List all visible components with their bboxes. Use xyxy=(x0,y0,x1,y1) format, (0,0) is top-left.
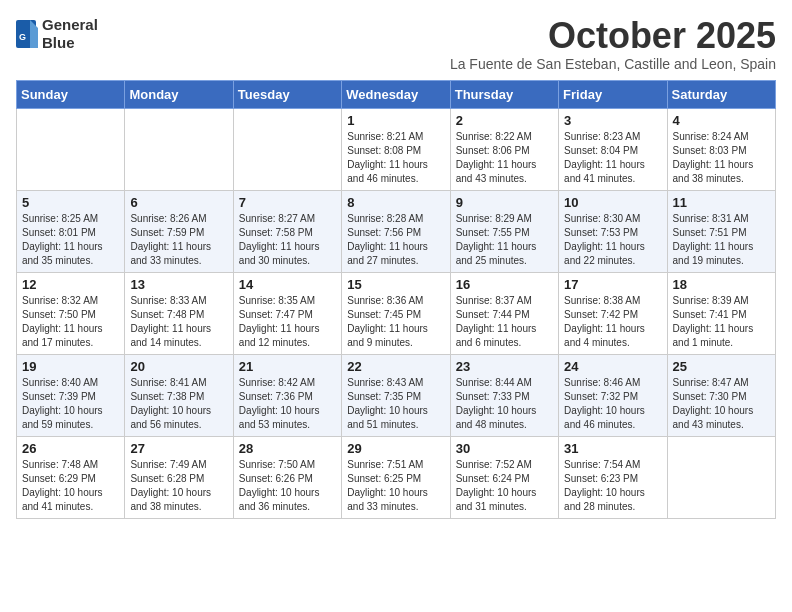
day-number: 5 xyxy=(22,195,119,210)
calendar-cell: 6Sunrise: 8:26 AM Sunset: 7:59 PM Daylig… xyxy=(125,190,233,272)
day-info: Sunrise: 8:30 AM Sunset: 7:53 PM Dayligh… xyxy=(564,212,661,268)
calendar-cell: 18Sunrise: 8:39 AM Sunset: 7:41 PM Dayli… xyxy=(667,272,775,354)
calendar-cell: 2Sunrise: 8:22 AM Sunset: 8:06 PM Daylig… xyxy=(450,108,558,190)
day-info: Sunrise: 8:39 AM Sunset: 7:41 PM Dayligh… xyxy=(673,294,770,350)
day-info: Sunrise: 8:41 AM Sunset: 7:38 PM Dayligh… xyxy=(130,376,227,432)
day-header-tuesday: Tuesday xyxy=(233,80,341,108)
page-header: G General Blue October 2025 La Fuente de… xyxy=(16,16,776,72)
day-info: Sunrise: 7:49 AM Sunset: 6:28 PM Dayligh… xyxy=(130,458,227,514)
day-number: 1 xyxy=(347,113,444,128)
month-title: October 2025 xyxy=(450,16,776,56)
day-number: 16 xyxy=(456,277,553,292)
day-info: Sunrise: 8:27 AM Sunset: 7:58 PM Dayligh… xyxy=(239,212,336,268)
calendar-cell: 5Sunrise: 8:25 AM Sunset: 8:01 PM Daylig… xyxy=(17,190,125,272)
day-number: 23 xyxy=(456,359,553,374)
day-info: Sunrise: 8:22 AM Sunset: 8:06 PM Dayligh… xyxy=(456,130,553,186)
calendar-cell: 8Sunrise: 8:28 AM Sunset: 7:56 PM Daylig… xyxy=(342,190,450,272)
calendar-cell: 31Sunrise: 7:54 AM Sunset: 6:23 PM Dayli… xyxy=(559,436,667,518)
day-info: Sunrise: 8:47 AM Sunset: 7:30 PM Dayligh… xyxy=(673,376,770,432)
title-block: October 2025 La Fuente de San Esteban, C… xyxy=(450,16,776,72)
day-number: 17 xyxy=(564,277,661,292)
location-title: La Fuente de San Esteban, Castille and L… xyxy=(450,56,776,72)
day-number: 15 xyxy=(347,277,444,292)
day-info: Sunrise: 8:24 AM Sunset: 8:03 PM Dayligh… xyxy=(673,130,770,186)
day-number: 30 xyxy=(456,441,553,456)
calendar-cell: 27Sunrise: 7:49 AM Sunset: 6:28 PM Dayli… xyxy=(125,436,233,518)
day-number: 19 xyxy=(22,359,119,374)
day-info: Sunrise: 8:26 AM Sunset: 7:59 PM Dayligh… xyxy=(130,212,227,268)
day-number: 29 xyxy=(347,441,444,456)
day-info: Sunrise: 8:29 AM Sunset: 7:55 PM Dayligh… xyxy=(456,212,553,268)
day-info: Sunrise: 8:37 AM Sunset: 7:44 PM Dayligh… xyxy=(456,294,553,350)
day-info: Sunrise: 8:31 AM Sunset: 7:51 PM Dayligh… xyxy=(673,212,770,268)
day-info: Sunrise: 8:25 AM Sunset: 8:01 PM Dayligh… xyxy=(22,212,119,268)
calendar-cell: 16Sunrise: 8:37 AM Sunset: 7:44 PM Dayli… xyxy=(450,272,558,354)
calendar-cell: 3Sunrise: 8:23 AM Sunset: 8:04 PM Daylig… xyxy=(559,108,667,190)
day-header-sunday: Sunday xyxy=(17,80,125,108)
calendar-cell: 9Sunrise: 8:29 AM Sunset: 7:55 PM Daylig… xyxy=(450,190,558,272)
day-number: 13 xyxy=(130,277,227,292)
day-number: 20 xyxy=(130,359,227,374)
calendar-cell: 10Sunrise: 8:30 AM Sunset: 7:53 PM Dayli… xyxy=(559,190,667,272)
day-info: Sunrise: 8:32 AM Sunset: 7:50 PM Dayligh… xyxy=(22,294,119,350)
day-info: Sunrise: 8:23 AM Sunset: 8:04 PM Dayligh… xyxy=(564,130,661,186)
calendar-cell: 13Sunrise: 8:33 AM Sunset: 7:48 PM Dayli… xyxy=(125,272,233,354)
calendar-cell: 23Sunrise: 8:44 AM Sunset: 7:33 PM Dayli… xyxy=(450,354,558,436)
day-info: Sunrise: 8:46 AM Sunset: 7:32 PM Dayligh… xyxy=(564,376,661,432)
calendar-cell: 29Sunrise: 7:51 AM Sunset: 6:25 PM Dayli… xyxy=(342,436,450,518)
day-info: Sunrise: 8:35 AM Sunset: 7:47 PM Dayligh… xyxy=(239,294,336,350)
calendar-cell: 19Sunrise: 8:40 AM Sunset: 7:39 PM Dayli… xyxy=(17,354,125,436)
day-number: 22 xyxy=(347,359,444,374)
day-info: Sunrise: 7:52 AM Sunset: 6:24 PM Dayligh… xyxy=(456,458,553,514)
logo-text: General Blue xyxy=(42,16,98,52)
day-number: 9 xyxy=(456,195,553,210)
day-info: Sunrise: 8:42 AM Sunset: 7:36 PM Dayligh… xyxy=(239,376,336,432)
calendar-cell: 7Sunrise: 8:27 AM Sunset: 7:58 PM Daylig… xyxy=(233,190,341,272)
day-number: 26 xyxy=(22,441,119,456)
calendar-cell xyxy=(233,108,341,190)
day-info: Sunrise: 8:28 AM Sunset: 7:56 PM Dayligh… xyxy=(347,212,444,268)
calendar-cell: 4Sunrise: 8:24 AM Sunset: 8:03 PM Daylig… xyxy=(667,108,775,190)
calendar-cell xyxy=(17,108,125,190)
calendar-cell: 17Sunrise: 8:38 AM Sunset: 7:42 PM Dayli… xyxy=(559,272,667,354)
day-number: 8 xyxy=(347,195,444,210)
day-number: 10 xyxy=(564,195,661,210)
calendar-cell: 30Sunrise: 7:52 AM Sunset: 6:24 PM Dayli… xyxy=(450,436,558,518)
day-header-saturday: Saturday xyxy=(667,80,775,108)
day-info: Sunrise: 7:54 AM Sunset: 6:23 PM Dayligh… xyxy=(564,458,661,514)
day-info: Sunrise: 8:21 AM Sunset: 8:08 PM Dayligh… xyxy=(347,130,444,186)
day-header-friday: Friday xyxy=(559,80,667,108)
day-number: 14 xyxy=(239,277,336,292)
day-info: Sunrise: 7:50 AM Sunset: 6:26 PM Dayligh… xyxy=(239,458,336,514)
day-header-thursday: Thursday xyxy=(450,80,558,108)
calendar-week-2: 5Sunrise: 8:25 AM Sunset: 8:01 PM Daylig… xyxy=(17,190,776,272)
day-number: 24 xyxy=(564,359,661,374)
calendar-cell xyxy=(125,108,233,190)
calendar-cell xyxy=(667,436,775,518)
day-info: Sunrise: 8:38 AM Sunset: 7:42 PM Dayligh… xyxy=(564,294,661,350)
day-number: 25 xyxy=(673,359,770,374)
logo-icon: G xyxy=(16,20,38,48)
calendar-week-5: 26Sunrise: 7:48 AM Sunset: 6:29 PM Dayli… xyxy=(17,436,776,518)
calendar-cell: 12Sunrise: 8:32 AM Sunset: 7:50 PM Dayli… xyxy=(17,272,125,354)
days-header-row: SundayMondayTuesdayWednesdayThursdayFrid… xyxy=(17,80,776,108)
day-number: 4 xyxy=(673,113,770,128)
calendar-week-3: 12Sunrise: 8:32 AM Sunset: 7:50 PM Dayli… xyxy=(17,272,776,354)
day-number: 27 xyxy=(130,441,227,456)
day-info: Sunrise: 8:36 AM Sunset: 7:45 PM Dayligh… xyxy=(347,294,444,350)
calendar-cell: 24Sunrise: 8:46 AM Sunset: 7:32 PM Dayli… xyxy=(559,354,667,436)
day-number: 2 xyxy=(456,113,553,128)
calendar-cell: 26Sunrise: 7:48 AM Sunset: 6:29 PM Dayli… xyxy=(17,436,125,518)
day-info: Sunrise: 8:43 AM Sunset: 7:35 PM Dayligh… xyxy=(347,376,444,432)
logo: G General Blue xyxy=(16,16,98,52)
day-number: 12 xyxy=(22,277,119,292)
calendar-week-1: 1Sunrise: 8:21 AM Sunset: 8:08 PM Daylig… xyxy=(17,108,776,190)
day-number: 3 xyxy=(564,113,661,128)
day-number: 18 xyxy=(673,277,770,292)
day-number: 7 xyxy=(239,195,336,210)
calendar-cell: 21Sunrise: 8:42 AM Sunset: 7:36 PM Dayli… xyxy=(233,354,341,436)
calendar-cell: 11Sunrise: 8:31 AM Sunset: 7:51 PM Dayli… xyxy=(667,190,775,272)
day-number: 31 xyxy=(564,441,661,456)
calendar-week-4: 19Sunrise: 8:40 AM Sunset: 7:39 PM Dayli… xyxy=(17,354,776,436)
day-info: Sunrise: 8:44 AM Sunset: 7:33 PM Dayligh… xyxy=(456,376,553,432)
